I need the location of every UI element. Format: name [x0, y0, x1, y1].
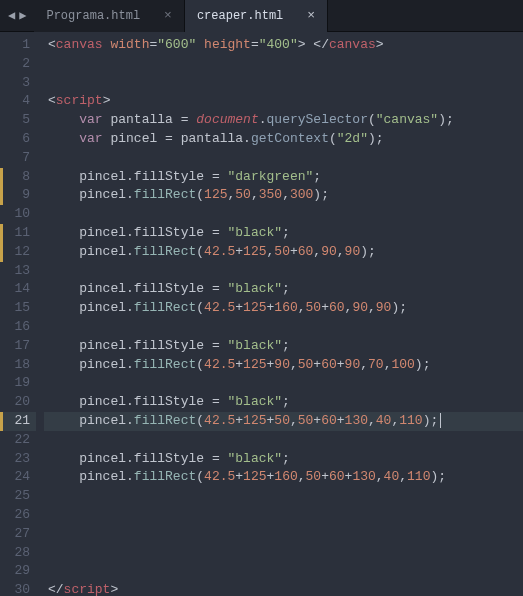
code-line[interactable]: var pincel = pantalla.getContext("2d"); — [44, 130, 523, 149]
line-number: 21 — [0, 412, 36, 431]
tab-label: creaper.html — [197, 9, 283, 23]
nav-arrows: ◀ ▶ — [0, 8, 34, 23]
editor: 1234567891011121314151617181920212223242… — [0, 32, 523, 596]
line-number: 6 — [0, 130, 36, 149]
line-number: 16 — [0, 318, 36, 337]
line-number: 28 — [0, 544, 36, 563]
line-number: 29 — [0, 562, 36, 581]
line-number: 8 — [0, 168, 36, 187]
tab-creaper[interactable]: creaper.html × — [185, 0, 328, 32]
line-number: 24 — [0, 468, 36, 487]
line-number: 7 — [0, 149, 36, 168]
line-number: 13 — [0, 262, 36, 281]
code-area[interactable]: <canvas width="600" height="400"> </canv… — [44, 32, 523, 596]
code-line[interactable] — [44, 262, 523, 281]
line-number: 10 — [0, 205, 36, 224]
code-line[interactable]: pincel.fillRect(42.5+125+160,50+60+130,4… — [44, 468, 523, 487]
text-cursor — [440, 413, 441, 428]
line-number: 11 — [0, 224, 36, 243]
code-line[interactable]: <script> — [44, 92, 523, 111]
line-number: 5 — [0, 111, 36, 130]
code-line[interactable] — [44, 487, 523, 506]
code-line[interactable] — [44, 431, 523, 450]
line-number: 1 — [0, 36, 36, 55]
line-number: 26 — [0, 506, 36, 525]
line-number: 20 — [0, 393, 36, 412]
code-line[interactable] — [44, 506, 523, 525]
line-number: 3 — [0, 74, 36, 93]
close-icon[interactable]: × — [307, 8, 315, 23]
code-line[interactable]: pincel.fillRect(42.5+125+90,50+60+90,70,… — [44, 356, 523, 375]
line-number: 23 — [0, 450, 36, 469]
gutter: 1234567891011121314151617181920212223242… — [0, 32, 44, 596]
code-line[interactable] — [44, 55, 523, 74]
code-line[interactable]: pincel.fillRect(42.5+125+160,50+60,90,90… — [44, 299, 523, 318]
line-number: 15 — [0, 299, 36, 318]
code-line[interactable] — [44, 562, 523, 581]
line-number: 22 — [0, 431, 36, 450]
line-number: 2 — [0, 55, 36, 74]
tab-bar: ◀ ▶ Programa.html × creaper.html × — [0, 0, 523, 32]
code-line[interactable]: </script> — [44, 581, 523, 596]
code-line[interactable] — [44, 374, 523, 393]
code-line[interactable] — [44, 205, 523, 224]
code-line[interactable] — [44, 318, 523, 337]
code-line[interactable]: pincel.fillRect(125,50,350,300); — [44, 186, 523, 205]
line-number: 12 — [0, 243, 36, 262]
code-line[interactable]: pincel.fillStyle = "black"; — [44, 280, 523, 299]
code-line[interactable] — [44, 149, 523, 168]
line-number: 9 — [0, 186, 36, 205]
code-line[interactable]: pincel.fillRect(42.5+125+50,50+60+130,40… — [44, 412, 523, 431]
code-line[interactable]: pincel.fillStyle = "black"; — [44, 393, 523, 412]
line-number: 19 — [0, 374, 36, 393]
line-number: 14 — [0, 280, 36, 299]
code-line[interactable] — [44, 525, 523, 544]
line-number: 17 — [0, 337, 36, 356]
code-line[interactable]: pincel.fillStyle = "black"; — [44, 337, 523, 356]
tab-label: Programa.html — [46, 9, 140, 23]
line-number: 25 — [0, 487, 36, 506]
close-icon[interactable]: × — [164, 8, 172, 23]
forward-icon[interactable]: ▶ — [19, 8, 26, 23]
code-line[interactable]: var pantalla = document.querySelector("c… — [44, 111, 523, 130]
code-line[interactable] — [44, 74, 523, 93]
code-line[interactable]: pincel.fillStyle = "black"; — [44, 224, 523, 243]
code-line[interactable]: pincel.fillStyle = "black"; — [44, 450, 523, 469]
code-line[interactable]: <canvas width="600" height="400"> </canv… — [44, 36, 523, 55]
back-icon[interactable]: ◀ — [8, 8, 15, 23]
line-number: 18 — [0, 356, 36, 375]
code-line[interactable]: pincel.fillRect(42.5+125,50+60,90,90); — [44, 243, 523, 262]
line-number: 27 — [0, 525, 36, 544]
tab-programa[interactable]: Programa.html × — [34, 0, 184, 32]
line-number: 30 — [0, 581, 36, 596]
code-line[interactable]: pincel.fillStyle = "darkgreen"; — [44, 168, 523, 187]
line-number: 4 — [0, 92, 36, 111]
code-line[interactable] — [44, 544, 523, 563]
